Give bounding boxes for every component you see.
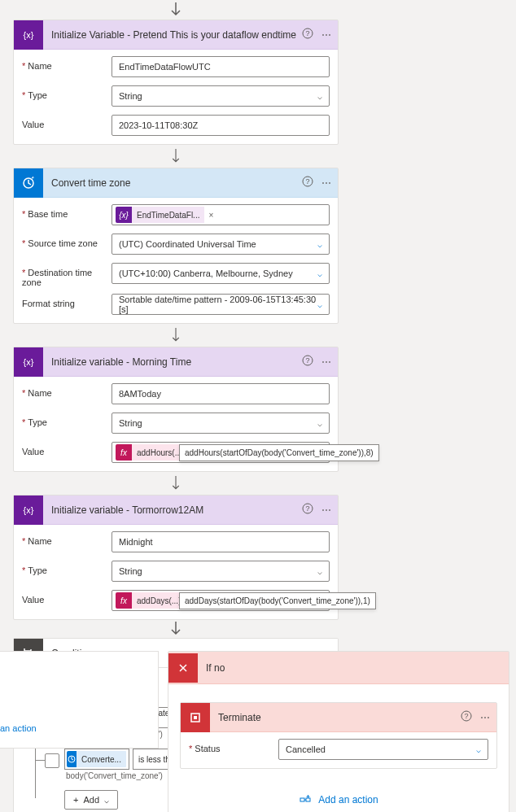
card-header[interactable]: {x} Initialize variable - Morning Time ?…	[14, 347, 338, 377]
branch-title: If no	[198, 662, 509, 674]
add-action-link[interactable]: an action	[0, 723, 37, 733]
card-header[interactable]: {x} Initialize variable - Tormorrow12AM …	[14, 495, 338, 525]
add-action-icon	[299, 793, 312, 806]
fx-icon: fx	[116, 592, 132, 609]
value-input[interactable]: fx addDays(...) × addDays(startOfDay(bod…	[112, 590, 330, 611]
dynamic-token[interactable]: Converte... ×	[67, 751, 127, 767]
expression-tooltip: addHours(startOfDay(body('Convert_time_z…	[179, 444, 379, 461]
help-icon[interactable]: ?	[302, 503, 313, 517]
svg-text:?: ?	[305, 29, 309, 37]
name-input[interactable]: EndTimeDataFlowUTC	[112, 56, 330, 77]
help-icon[interactable]: ?	[461, 710, 472, 724]
card-title: Initialize variable - Morning Time	[43, 356, 302, 368]
variable-icon: {x}	[14, 347, 43, 377]
card-title: Convert time zone	[43, 177, 302, 189]
type-select[interactable]: String⌵	[112, 561, 330, 582]
flow-arrow-icon	[170, 2, 181, 17]
value-label: Value	[22, 442, 112, 456]
card-header[interactable]: Convert time zone ? ⋯	[14, 168, 338, 198]
value-label: Value	[22, 115, 112, 129]
card-header[interactable]: {x} Initialize Variable - Pretend This i…	[14, 20, 338, 50]
name-input[interactable]: Midnight	[112, 531, 330, 552]
ellipsis-icon[interactable]: ⋯	[321, 177, 331, 189]
ellipsis-icon[interactable]: ⋯	[321, 29, 331, 41]
flow-arrow-icon	[170, 622, 181, 636]
flow-arrow-icon	[170, 476, 181, 491]
card-title: Initialize Variable - Pretend This is yo…	[43, 29, 302, 41]
name-label: Name	[22, 383, 112, 398]
help-icon[interactable]: ?	[302, 176, 313, 190]
chevron-down-icon: ⌵	[317, 92, 322, 101]
status-label: Status	[189, 739, 278, 753]
svg-text:{x}: {x}	[24, 505, 34, 515]
ellipsis-icon[interactable]: ⋯	[321, 504, 331, 516]
branch-header[interactable]: If no	[168, 652, 509, 684]
add-action-link[interactable]: Add an action	[180, 793, 497, 806]
svg-rect-19	[306, 798, 310, 801]
clock-icon	[67, 751, 77, 767]
row-checkbox[interactable]	[45, 753, 59, 768]
source-tz-label: Source time zone	[22, 234, 112, 248]
card-title: Terminate	[210, 712, 461, 723]
chevron-down-icon: ⌵	[317, 419, 322, 428]
flow-arrow-icon	[170, 328, 181, 343]
chevron-down-icon: ⌵	[317, 567, 322, 576]
format-select[interactable]: Sortable date/time pattern - 2009-06-15T…	[112, 294, 330, 315]
svg-text:?: ?	[464, 712, 468, 720]
help-icon[interactable]: ?	[302, 28, 313, 41]
value-input[interactable]: 2023-10-11T08:30Z	[112, 115, 330, 136]
base-time-input[interactable]: {x} EndTimeDataFl... ×	[112, 204, 330, 225]
if-no-branch: If no Terminate ? ⋯	[168, 651, 509, 812]
remove-token-icon[interactable]: ×	[204, 211, 217, 220]
chevron-down-icon: ⌵	[317, 300, 322, 309]
source-tz-select[interactable]: (UTC) Coordinated Universal Time ⌵	[112, 234, 330, 255]
terminate-card[interactable]: Terminate ? ⋯ Status Cancelled	[180, 702, 497, 769]
ellipsis-icon[interactable]: ⋯	[321, 356, 331, 368]
expression-tooltip: addDays(startOfDay(body('Convert_time_zo…	[179, 592, 376, 609]
type-label: Type	[22, 85, 112, 100]
chevron-down-icon: ⌵	[104, 796, 109, 805]
svg-rect-15	[194, 716, 197, 719]
chevron-down-icon: ⌵	[317, 240, 322, 249]
add-condition-button[interactable]: + Add ⌵	[64, 790, 118, 810]
variable-icon: {x}	[14, 495, 43, 525]
svg-rect-18	[300, 798, 304, 801]
initialize-variable-morning-card[interactable]: {x} Initialize variable - Morning Time ?…	[13, 347, 339, 472]
svg-text:?: ?	[305, 356, 309, 365]
value-label: Value	[22, 590, 112, 605]
value-input[interactable]: fx addHours(...) × addHours(startOfDay(b…	[112, 442, 330, 463]
flow-arrow-icon	[170, 149, 181, 164]
ellipsis-icon[interactable]: ⋯	[480, 712, 490, 723]
type-select[interactable]: String⌵	[112, 413, 330, 434]
type-select[interactable]: String ⌵	[112, 85, 330, 107]
svg-text:{x}: {x}	[24, 30, 34, 40]
terminate-icon	[181, 703, 210, 732]
card-title: Initialize variable - Tormorrow12AM	[43, 504, 302, 516]
svg-text:{x}: {x}	[24, 357, 34, 367]
if-yes-panel-fragment: an action	[0, 651, 159, 749]
name-label: Name	[22, 56, 112, 71]
fx-icon: fx	[116, 444, 132, 461]
convert-time-zone-card[interactable]: Convert time zone ? ⋯ Base time {x} EndT…	[13, 168, 339, 324]
initialize-variable-tomorrow-card[interactable]: {x} Initialize variable - Tormorrow12AM …	[13, 495, 339, 620]
variable-token[interactable]: {x} EndTimeDataFl... ×	[116, 207, 217, 223]
card-header[interactable]: Terminate ? ⋯	[181, 703, 496, 732]
remove-token-icon[interactable]: ×	[126, 755, 127, 764]
base-time-label: Base time	[22, 204, 112, 219]
dest-tz-select[interactable]: (UTC+10:00) Canberra, Melbourne, Sydney …	[112, 263, 330, 284]
svg-text:?: ?	[305, 177, 309, 186]
plus-icon: +	[73, 795, 78, 805]
help-icon[interactable]: ?	[302, 355, 313, 369]
status-select[interactable]: Cancelled ⌵	[278, 739, 488, 760]
name-input[interactable]: 8AMToday	[112, 383, 330, 404]
chevron-down-icon: ⌵	[317, 269, 322, 278]
type-label: Type	[22, 561, 112, 575]
condition-left-input[interactable]: Converte... ×	[64, 749, 129, 770]
name-label: Name	[22, 531, 112, 546]
type-label: Type	[22, 413, 112, 427]
svg-text:?: ?	[305, 504, 309, 513]
variable-icon: {x}	[14, 20, 43, 50]
initialize-variable-endtime-card[interactable]: {x} Initialize Variable - Pretend This i…	[13, 20, 339, 145]
chevron-down-icon: ⌵	[476, 745, 481, 754]
variable-icon: {x}	[116, 207, 132, 223]
